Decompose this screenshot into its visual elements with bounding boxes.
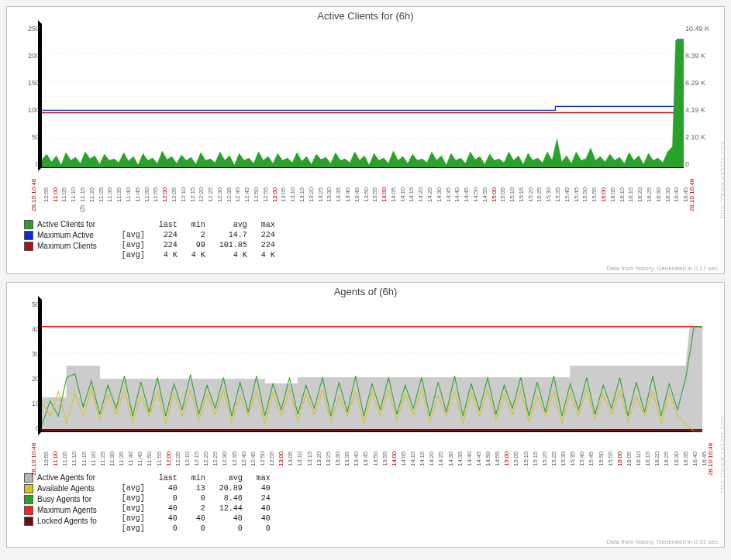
x-tick: 16:35 [664,187,671,202]
x-tick: 11:25 [99,452,106,466]
x-tick: 14:00 [381,187,388,202]
x-tick: 14:35 [445,187,452,202]
y-tick: 250 [12,25,40,33]
stats-cell: 4 K [185,251,212,259]
stats-cell: 224 [255,241,281,249]
x-tick: 13:45 [362,452,369,466]
x-tick: 12:10 [184,452,191,466]
x-tick: 12:50 [259,452,266,466]
stats-header-cell [116,474,151,483]
x-tick: 16:25 [646,187,653,202]
y-axis-right: 10.49 K8.39 K6.29 K4.19 K2.10 K0 [684,25,721,168]
x-tick: 12:20 [198,187,205,202]
x-tick: 11:55 [152,187,159,202]
chart-panel-active-clients: http://www.zabbix.com Active Clients for… [6,6,725,274]
y-tick: 0 [12,424,40,432]
x-tick: 11:40 [127,452,134,466]
x-tick: 14:40 [453,187,460,202]
x-tick: 11:05 [60,187,67,202]
x-tick: 14:20 [428,452,435,466]
stats-cell: 24 [250,494,277,503]
stats-cell: 40 [185,514,212,523]
x-tick: 14:30 [447,452,454,466]
stats-cell: [avg] [116,484,151,493]
x-tick: 16:30 [673,452,680,466]
x-tick: 12:30 [221,452,228,466]
x-tick: 16:00 [616,452,623,466]
legend-swatch [24,495,33,504]
stats-cell: 224 [153,231,184,239]
y-tick: 2.10 K [685,133,719,141]
stats-cell: 13 [185,484,212,493]
legend-label: Maximum Clients [37,241,97,252]
x-tick: 15:35 [569,452,576,466]
x-tick: 14:10 [399,187,406,202]
x-tick: 13:35 [335,187,342,202]
x-tick: 13:30 [326,187,333,202]
x-tick: 11:20 [88,187,95,202]
x-tick: 12:00 [165,452,172,466]
x-tick: 12:10 [180,187,187,202]
x-tick: 16:10 [619,187,626,202]
plot-area [41,25,684,168]
x-tick: 16:45 [701,452,708,466]
legend-row: Maximum Active [24,230,97,241]
x-start-label: 28.10 10:48 [30,179,37,211]
y-tick: 0 [12,160,40,168]
stats-cell: 40 [153,514,184,523]
x-tick: 15:10 [522,452,529,466]
x-tick: 14:55 [481,187,488,202]
y-tick: 20 [12,375,40,383]
x-tick: 13:40 [353,452,360,466]
x-tick: 13:50 [372,452,379,466]
stats-cell: [avg] [116,504,151,513]
x-tick: 11:10 [70,187,77,202]
x-tick: 12:05 [174,452,181,466]
plot-row: 50403020100 [10,301,721,432]
x-tick: 12:40 [234,187,241,202]
x-tick: 16:25 [663,452,670,466]
stats-header-cell: min [185,474,212,483]
x-tick: 14:35 [457,452,464,466]
x-tick: 12:15 [189,187,196,202]
x-tick: 14:25 [437,452,444,466]
legend-row: Maximum Agents [24,505,97,516]
x-tick: 15:30 [545,187,552,202]
stats-cell: 40 [250,504,277,513]
x-axis: 28.10 10:48 28.10 16:48 10:5511:0011:051… [38,168,687,204]
x-tick: 12:15 [193,452,200,466]
x-tick: 11:10 [71,452,78,466]
x-tick: 12:55 [268,452,275,466]
legend-swatch [24,484,33,493]
stats-header-cell: last [153,221,184,229]
x-tick: 13:00 [271,187,278,202]
plot-area [41,301,702,432]
x-tick: 14:15 [408,187,415,202]
stats-cell: 4 K [213,251,253,259]
y-tick: 50 [12,301,40,308]
legend-swatch [24,220,33,229]
x-tick: 16:40 [691,452,698,466]
chart-panel-agents: http://www.zabbix.com Agents of (6h) 504… [6,282,725,548]
stats-cell: 20.89 [213,484,249,493]
x-tick: 15:35 [554,187,561,202]
x-tick: 14:00 [391,452,398,466]
x-tick: 11:15 [79,187,86,202]
x-tick: 14:20 [417,187,424,202]
x-tick: 11:35 [118,452,125,466]
x-tick: 12:35 [231,452,238,466]
x-tick: 16:05 [626,452,633,466]
x-tick: 11:00 [52,452,59,466]
x-tick: 14:05 [400,452,407,466]
stats-cell: 224 [153,241,184,249]
y-tick: 10 [12,400,40,407]
x-tick: 15:20 [527,187,534,202]
watermark: http://www.zabbix.com [719,140,726,218]
legend-swatch [24,231,33,240]
number-below-axis: 6 [80,204,721,215]
x-tick: 16:30 [655,187,662,202]
x-tick: 15:45 [588,452,595,466]
x-tick: 13:15 [298,187,305,202]
x-tick: 14:05 [390,187,397,202]
legend-swatch [24,517,33,526]
